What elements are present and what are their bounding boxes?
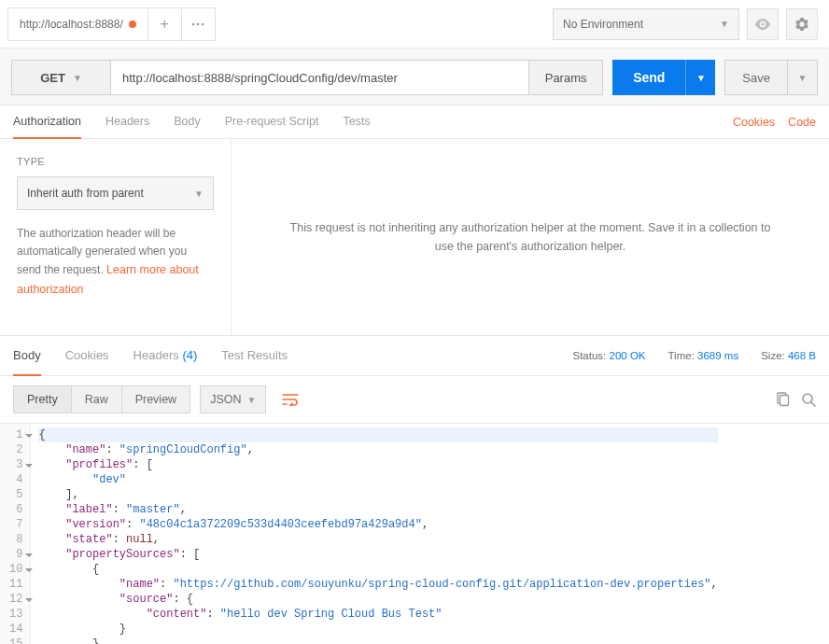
auth-helper-message: This request is not inheriting any autho… xyxy=(232,139,829,335)
new-tab-button[interactable]: + xyxy=(148,7,182,41)
code-line: "label": "master", xyxy=(38,502,717,517)
svg-point-3 xyxy=(761,22,764,25)
tab-overflow-button[interactable] xyxy=(182,7,216,41)
chevron-down-icon: ▼ xyxy=(246,395,256,405)
params-button[interactable]: Params xyxy=(528,60,603,95)
svg-point-0 xyxy=(192,22,195,25)
resp-tab-cookies[interactable]: Cookies xyxy=(65,335,109,376)
chevron-down-icon: ▼ xyxy=(73,73,82,83)
settings-button[interactable] xyxy=(786,8,818,40)
url-value: http://localhost:8888/springCloudConfig/… xyxy=(122,71,398,85)
response-toolbar: Pretty Raw Preview JSON ▼ xyxy=(0,376,829,423)
size-value: 468 B xyxy=(788,350,816,361)
code-line: ], xyxy=(38,487,717,502)
send-button[interactable]: Send xyxy=(612,60,685,95)
environment-select[interactable]: No Environment ▼ xyxy=(553,8,739,40)
svg-point-1 xyxy=(197,22,200,25)
http-method-value: GET xyxy=(40,71,65,85)
code-line: "dev" xyxy=(38,472,717,487)
tab-strip: http://localhost:8888/ + xyxy=(0,7,541,41)
resp-headers-count: (4) xyxy=(182,348,197,362)
wrap-icon xyxy=(282,393,299,406)
time-value: 3689 ms xyxy=(697,350,738,361)
top-bar: http://localhost:8888/ + No Environment … xyxy=(0,0,829,49)
code-line: "name": "springCloudConfig", xyxy=(38,442,717,457)
save-button[interactable]: Save xyxy=(724,60,788,95)
send-label: Send xyxy=(633,70,665,85)
request-row: GET ▼ http://localhost:8888/springCloudC… xyxy=(0,49,829,105)
chevron-down-icon: ▼ xyxy=(696,73,706,83)
view-preview[interactable]: Preview xyxy=(122,385,190,413)
search-response-button[interactable] xyxy=(801,392,816,407)
code-area[interactable]: { "name": "springCloudConfig", "profiles… xyxy=(31,424,724,644)
code-line: } xyxy=(38,622,717,637)
save-dropdown-button[interactable]: ▼ xyxy=(788,60,818,95)
chevron-down-icon: ▼ xyxy=(798,73,808,83)
wrap-lines-button[interactable] xyxy=(275,385,305,413)
view-pretty[interactable]: Pretty xyxy=(13,385,72,413)
format-value: JSON xyxy=(210,393,241,406)
code-line: "version": "48c04c1a372209c533d4403ceefe… xyxy=(38,517,717,532)
code-line: "propertySources": [ xyxy=(38,547,717,562)
auth-description: The authorization header will be automat… xyxy=(17,225,214,299)
http-method-select[interactable]: GET ▼ xyxy=(11,60,110,95)
environment-area: No Environment ▼ xyxy=(541,8,829,40)
code-line: "state": null, xyxy=(38,532,717,547)
save-label: Save xyxy=(742,71,770,85)
svg-line-7 xyxy=(811,402,815,406)
auth-type-label: TYPE xyxy=(17,156,214,167)
cookies-link[interactable]: Cookies xyxy=(733,116,775,129)
view-raw[interactable]: Raw xyxy=(72,385,122,413)
code-line: "source": { xyxy=(38,592,717,607)
copy-response-button[interactable] xyxy=(775,392,790,407)
svg-rect-5 xyxy=(780,396,789,406)
auth-type-value: Inherit auth from parent xyxy=(27,187,144,200)
response-meta: Status: 200 OK Time: 3689 ms Size: 468 B xyxy=(573,350,817,361)
resp-tab-body[interactable]: Body xyxy=(13,335,41,376)
environment-label: No Environment xyxy=(563,18,643,31)
code-link[interactable]: Code xyxy=(788,116,816,129)
gear-icon xyxy=(794,17,809,32)
code-line: "profiles": [ xyxy=(38,457,717,472)
copy-icon xyxy=(775,392,790,407)
response-tabs: Body Cookies Headers (4) Test Results St… xyxy=(0,335,829,376)
code-line: "name": "https://github.com/souyunku/spr… xyxy=(38,577,717,592)
tab-headers[interactable]: Headers xyxy=(105,105,149,139)
code-line: { xyxy=(38,427,717,442)
code-line: "content": "hello dev Spring Cloud Bus T… xyxy=(38,607,717,622)
environment-quicklook-button[interactable] xyxy=(747,8,779,40)
resp-tab-headers[interactable]: Headers (4) xyxy=(133,335,198,376)
tab-tests[interactable]: Tests xyxy=(343,105,370,139)
tab-body[interactable]: Body xyxy=(174,105,201,139)
auth-helper-text: This request is not inheriting any autho… xyxy=(288,218,773,256)
eye-icon xyxy=(754,19,771,30)
line-gutter: 1234567891011121314151617 xyxy=(0,424,31,644)
unsaved-dot-icon xyxy=(129,21,136,28)
chevron-down-icon: ▼ xyxy=(720,19,729,29)
request-tab[interactable]: http://localhost:8888/ xyxy=(7,7,148,41)
search-icon xyxy=(801,392,816,407)
body-format-select[interactable]: JSON ▼ xyxy=(200,385,266,413)
chevron-down-icon: ▼ xyxy=(194,189,204,199)
auth-type-select[interactable]: Inherit auth from parent ▼ xyxy=(17,176,214,210)
tab-authorization[interactable]: Authorization xyxy=(13,105,81,139)
send-dropdown-button[interactable]: ▼ xyxy=(685,60,715,95)
url-input[interactable]: http://localhost:8888/springCloudConfig/… xyxy=(110,60,528,95)
body-view-switch: Pretty Raw Preview xyxy=(13,385,190,413)
resp-headers-label: Headers xyxy=(133,348,179,362)
tab-title: http://localhost:8888/ xyxy=(20,18,123,31)
response-json-view: 1234567891011121314151617 { "name": "spr… xyxy=(0,423,829,644)
time-label: Time: xyxy=(668,350,695,361)
tab-prerequest[interactable]: Pre-request Script xyxy=(225,105,319,139)
status-label: Status: xyxy=(573,350,607,361)
resp-tab-testresults[interactable]: Test Results xyxy=(221,335,288,376)
size-label: Size: xyxy=(761,350,785,361)
svg-point-2 xyxy=(202,22,204,25)
code-line: } xyxy=(38,637,717,644)
authorization-panel: TYPE Inherit auth from parent ▼ The auth… xyxy=(0,139,829,335)
params-label: Params xyxy=(545,71,587,85)
code-line: { xyxy=(38,562,717,577)
request-tabs: Authorization Headers Body Pre-request S… xyxy=(0,105,829,139)
status-value: 200 OK xyxy=(610,350,646,361)
ellipsis-icon xyxy=(191,22,204,26)
